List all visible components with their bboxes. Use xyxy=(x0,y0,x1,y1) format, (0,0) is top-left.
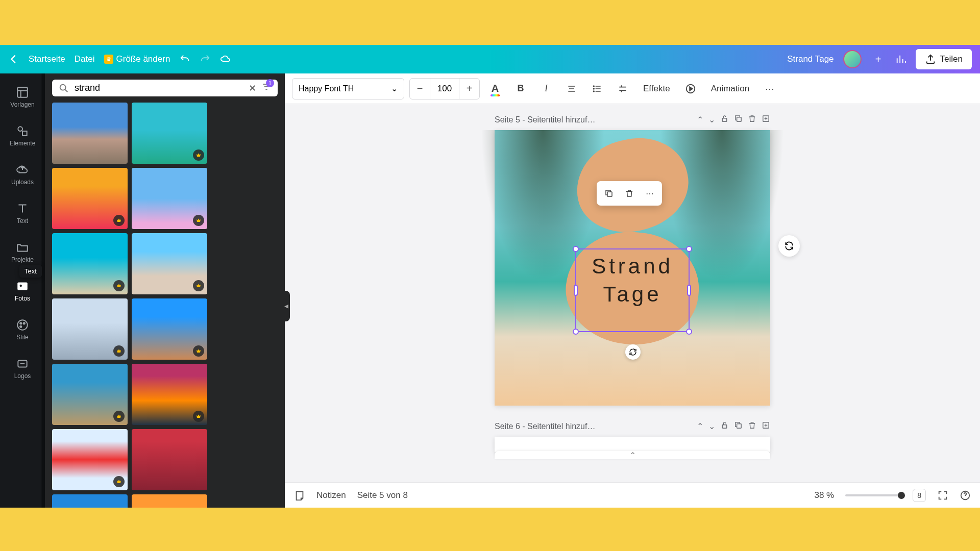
footer-bar: Notizen Seite 5 von 8 38 % 8 xyxy=(285,482,980,508)
italic-button[interactable]: I xyxy=(536,79,556,99)
selection-box[interactable] xyxy=(575,248,690,332)
photo-thumb[interactable] xyxy=(52,494,128,508)
resize-handle[interactable] xyxy=(574,285,578,296)
text-toolbar: Happy Font TH ⌄ − 100 + A B I Effekte An… xyxy=(285,73,980,104)
resize-handle[interactable] xyxy=(573,246,579,252)
redo-icon[interactable] xyxy=(200,54,211,65)
photo-thumb[interactable] xyxy=(52,168,128,229)
share-icon xyxy=(925,54,936,65)
nav-elements[interactable]: Elemente xyxy=(4,117,41,154)
home-link[interactable]: Startseite xyxy=(29,54,65,64)
regenerate-icon[interactable] xyxy=(778,235,800,257)
photo-thumb[interactable] xyxy=(132,364,207,425)
photo-thumb[interactable] xyxy=(52,298,128,360)
nav-styles[interactable]: Stile xyxy=(4,311,41,348)
collapse-up-icon[interactable]: ⌃ xyxy=(697,421,703,431)
bold-button[interactable]: B xyxy=(510,79,531,99)
increase-size-button[interactable]: + xyxy=(459,79,479,99)
page5-canvas[interactable]: ⋯ Strand Tage xyxy=(495,130,770,406)
search-input[interactable] xyxy=(75,83,243,93)
photo-thumb[interactable] xyxy=(52,233,128,294)
trash-icon[interactable] xyxy=(620,184,639,203)
nav-logos[interactable]: Logos xyxy=(4,350,41,387)
copy-icon[interactable] xyxy=(600,184,618,203)
text-color-button[interactable]: A xyxy=(485,79,505,99)
zoom-slider[interactable] xyxy=(845,494,901,496)
animation-button[interactable]: Animation xyxy=(706,84,755,94)
font-selector[interactable]: Happy Font TH ⌄ xyxy=(292,78,404,99)
align-button[interactable] xyxy=(561,79,582,99)
pro-badge-icon xyxy=(113,411,125,422)
pro-badge-icon xyxy=(193,280,204,291)
svg-point-4 xyxy=(20,285,22,287)
canvas-stage[interactable]: Seite 5 - Seitentitel hinzuf… ⌃ ⌄ xyxy=(285,104,980,482)
photo-thumb[interactable] xyxy=(52,429,128,490)
nav-uploads[interactable]: Uploads xyxy=(4,156,41,193)
lock-icon[interactable] xyxy=(720,114,729,125)
photo-thumb[interactable] xyxy=(52,103,128,164)
cloud-sync-icon[interactable] xyxy=(220,54,231,65)
resize-handle[interactable] xyxy=(573,329,579,335)
file-menu[interactable]: Datei xyxy=(75,54,95,64)
delete-icon[interactable] xyxy=(748,114,756,125)
nav-photos[interactable]: Fotos xyxy=(4,272,41,309)
resize-handle[interactable] xyxy=(686,246,692,252)
add-user-button[interactable]: + xyxy=(871,52,886,67)
list-button[interactable] xyxy=(587,79,607,99)
collapse-panel-icon[interactable]: ◂ xyxy=(283,291,290,321)
duplicate-icon[interactable] xyxy=(734,421,743,432)
delete-icon[interactable] xyxy=(748,421,756,432)
photo-thumb[interactable] xyxy=(132,494,207,508)
expand-down-icon[interactable]: ⌄ xyxy=(708,115,715,124)
nav-text[interactable]: Text xyxy=(4,195,41,232)
help-icon[interactable] xyxy=(960,490,971,501)
back-icon[interactable] xyxy=(8,54,19,65)
page6-canvas[interactable] xyxy=(495,437,770,452)
svg-rect-19 xyxy=(722,425,727,428)
collapse-up-icon[interactable]: ⌃ xyxy=(697,115,703,124)
photo-thumb[interactable] xyxy=(132,298,207,360)
more-options-icon[interactable]: ⋯ xyxy=(760,79,780,99)
resize-handle[interactable] xyxy=(687,285,691,296)
page5-title[interactable]: Seite 5 - Seitentitel hinzuf… xyxy=(495,115,692,124)
fullscreen-icon[interactable] xyxy=(937,490,948,501)
add-page-icon[interactable] xyxy=(762,421,770,432)
duplicate-icon[interactable] xyxy=(734,114,743,125)
add-page-icon[interactable] xyxy=(762,114,770,125)
notes-icon[interactable] xyxy=(294,490,305,501)
rotate-handle[interactable] xyxy=(625,344,641,360)
zoom-knob[interactable] xyxy=(898,492,905,499)
insights-icon[interactable] xyxy=(895,54,906,65)
photo-thumb[interactable] xyxy=(132,429,207,490)
resize-handle[interactable] xyxy=(686,329,692,335)
nav-templates[interactable]: Vorlagen xyxy=(4,79,41,115)
share-button[interactable]: Teilen xyxy=(916,49,972,69)
zoom-value[interactable]: 38 % xyxy=(814,490,834,500)
more-icon[interactable]: ⋯ xyxy=(641,184,659,203)
font-size-value[interactable]: 100 xyxy=(430,79,459,99)
clear-search-icon[interactable]: ✕ xyxy=(249,83,256,94)
svg-point-11 xyxy=(594,86,595,87)
notes-button[interactable]: Notizen xyxy=(316,490,346,500)
undo-icon[interactable] xyxy=(179,54,190,65)
photo-thumb[interactable] xyxy=(132,103,207,164)
photo-thumb[interactable] xyxy=(132,233,207,294)
photo-thumb[interactable] xyxy=(52,364,128,425)
effects-button[interactable]: Effekte xyxy=(638,84,675,94)
nav-scrollbar[interactable] xyxy=(41,73,45,508)
document-title[interactable]: Strand Tage xyxy=(787,54,834,64)
lock-icon[interactable] xyxy=(720,421,729,432)
expand-down-icon[interactable]: ⌄ xyxy=(708,421,715,431)
page6-title[interactable]: Seite 6 - Seitentitel hinzuf… xyxy=(495,422,692,431)
user-avatar[interactable] xyxy=(843,50,862,68)
svg-rect-18 xyxy=(607,192,612,196)
page-count-button[interactable]: 8 xyxy=(913,489,926,502)
decrease-size-button[interactable]: − xyxy=(410,79,430,99)
svg-point-8 xyxy=(20,326,21,328)
expand-thumbnails-icon[interactable]: ⌃ xyxy=(495,451,770,459)
resize-button[interactable]: ♛ Größe ändern xyxy=(104,54,170,64)
filter-icon[interactable]: 1 xyxy=(261,82,272,94)
svg-rect-16 xyxy=(737,117,742,122)
photo-thumb[interactable] xyxy=(132,168,207,229)
spacing-button[interactable] xyxy=(612,79,633,99)
